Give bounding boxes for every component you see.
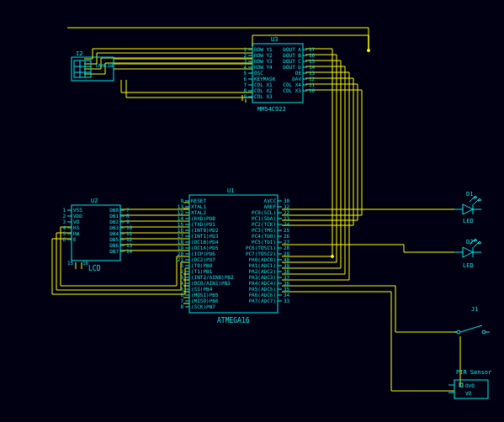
component-u1: U1 ATMEGA16 RESET9XTAL113XTAL212(RXD)PD0… — [178, 187, 290, 324]
svg-text:PA1(ADC1): PA1(ADC1) — [248, 262, 276, 268]
svg-text:(T1)PB1: (T1)PB1 — [191, 268, 213, 274]
svg-text:(SCK)PB7: (SCK)PB7 — [191, 303, 215, 309]
svg-text:DOUT D: DOUT D — [283, 64, 301, 70]
svg-text:PC7(TOSC2): PC7(TOSC2) — [246, 251, 276, 256]
svg-text:LED: LED — [463, 218, 474, 224]
svg-text:12: 12 — [126, 236, 133, 242]
svg-text:DB3: DB3 — [109, 224, 119, 230]
component-d1: D1 LED — [454, 191, 481, 224]
svg-text:PC1(SDA): PC1(SDA) — [252, 215, 276, 221]
svg-text:28: 28 — [284, 245, 290, 251]
svg-text:PC0(SCL): PC0(SCL) — [252, 209, 276, 215]
svg-text:PA2(ADC2): PA2(ADC2) — [248, 268, 276, 274]
svg-text:5: 5 — [243, 70, 247, 76]
svg-text:PA3(ADC3): PA3(ADC3) — [248, 274, 276, 280]
svg-point-239 — [482, 330, 485, 334]
svg-text:RS: RS — [73, 224, 80, 230]
i2-part: TAHC10 — [95, 62, 114, 68]
svg-text:DB1: DB1 — [109, 213, 119, 219]
svg-text:36: 36 — [284, 280, 290, 286]
svg-text:24: 24 — [284, 221, 290, 227]
svg-text:8: 8 — [126, 213, 130, 219]
svg-marker-233 — [474, 239, 477, 241]
svg-text:12: 12 — [309, 76, 316, 82]
component-u3: U3 MM54C922 ROW Y11ROW Y22ROW Y33ROW Y44… — [243, 36, 315, 113]
u2-part: LCD — [88, 265, 101, 272]
svg-text:(TXD)PD1: (TXD)PD1 — [191, 221, 215, 227]
svg-text:PC6(TOSC1): PC6(TOSC1) — [246, 245, 276, 251]
component-d2: D2 LED — [454, 239, 481, 269]
svg-text:16: 16 — [82, 260, 89, 266]
svg-text:38: 38 — [284, 268, 290, 274]
svg-text:5: 5 — [180, 286, 183, 292]
svg-text:E: E — [73, 236, 77, 242]
svg-text:ROW Y1: ROW Y1 — [254, 46, 273, 52]
svg-text:30: 30 — [284, 198, 290, 203]
svg-text:OE: OE — [295, 70, 302, 76]
svg-text:DB7: DB7 — [109, 248, 119, 254]
svg-text:3: 3 — [180, 274, 183, 280]
svg-text:4: 4 — [180, 280, 183, 286]
svg-text:PC2(TCK): PC2(TCK) — [252, 221, 276, 227]
svg-text:KEYMASK: KEYMASK — [254, 76, 276, 82]
svg-text:5: 5 — [62, 230, 66, 236]
svg-text:DOUT B: DOUT B — [283, 52, 301, 58]
svg-text:37: 37 — [284, 274, 290, 280]
svg-text:17: 17 — [178, 233, 184, 239]
svg-text:6: 6 — [180, 292, 183, 298]
svg-text:10: 10 — [126, 224, 133, 230]
svg-text:PA6(ADC6): PA6(ADC6) — [248, 292, 276, 298]
svg-text:15: 15 — [67, 260, 74, 266]
svg-text:6: 6 — [243, 76, 247, 82]
u2-ref: U2 — [91, 198, 98, 204]
svg-text:40: 40 — [284, 256, 290, 262]
svg-text:27: 27 — [284, 239, 290, 245]
svg-marker-223 — [474, 196, 477, 198]
svg-text:(OC2)PD7: (OC2)PD7 — [191, 256, 215, 262]
svg-text:7: 7 — [126, 207, 130, 213]
svg-text:23: 23 — [284, 215, 290, 221]
svg-text:DB6: DB6 — [109, 242, 119, 248]
svg-text:2: 2 — [243, 52, 247, 58]
svg-text:ROW Y2: ROW Y2 — [254, 52, 273, 58]
svg-point-1 — [332, 256, 334, 258]
svg-text:9: 9 — [126, 219, 130, 224]
svg-text:XTAL1: XTAL1 — [191, 203, 206, 209]
svg-text:8: 8 — [243, 87, 247, 93]
svg-marker-235 — [478, 241, 481, 244]
svg-text:14: 14 — [126, 248, 133, 254]
svg-text:32: 32 — [284, 203, 290, 209]
svg-text:PA7(ADC7): PA7(ADC7) — [248, 298, 276, 303]
svg-text:6: 6 — [62, 236, 66, 242]
svg-text:(INT0)PD2: (INT0)PD2 — [191, 227, 219, 233]
component-pir: PIR Sensor OVO VO — [448, 369, 491, 398]
svg-text:1: 1 — [243, 46, 247, 52]
svg-text:(OC1B)PD4: (OC1B)PD4 — [191, 239, 219, 245]
svg-text:PIR Sensor: PIR Sensor — [456, 369, 491, 376]
svg-text:9: 9 — [180, 198, 183, 203]
svg-text:25: 25 — [284, 227, 290, 233]
svg-text:22: 22 — [284, 209, 290, 215]
svg-text:LED: LED — [463, 262, 474, 269]
svg-text:DB0: DB0 — [109, 207, 119, 213]
svg-text:(INT2/AIN0)PB2: (INT2/AIN0)PB2 — [191, 274, 234, 280]
svg-text:20: 20 — [178, 251, 184, 256]
svg-text:VO: VO — [465, 390, 472, 396]
svg-text:RESET: RESET — [191, 198, 206, 203]
svg-text:OVO: OVO — [465, 382, 475, 388]
svg-text:COL X3: COL X3 — [254, 93, 273, 99]
svg-text:COL X3: COL X3 — [283, 87, 301, 93]
svg-text:PC3(TMS): PC3(TMS) — [252, 227, 276, 233]
svg-text:11: 11 — [309, 82, 316, 87]
svg-text:DOUT C: DOUT C — [283, 58, 301, 64]
u3-part: MM54C922 — [257, 106, 286, 113]
svg-text:DB4: DB4 — [109, 230, 119, 236]
svg-text:DAV: DAV — [292, 76, 301, 82]
svg-text:34: 34 — [284, 292, 290, 298]
svg-text:(OC1A)PD5: (OC1A)PD5 — [191, 245, 219, 251]
svg-text:21: 21 — [178, 256, 184, 262]
svg-text:3: 3 — [62, 219, 66, 224]
svg-text:2: 2 — [180, 268, 183, 274]
svg-text:8: 8 — [180, 303, 183, 309]
svg-text:16: 16 — [178, 227, 184, 233]
